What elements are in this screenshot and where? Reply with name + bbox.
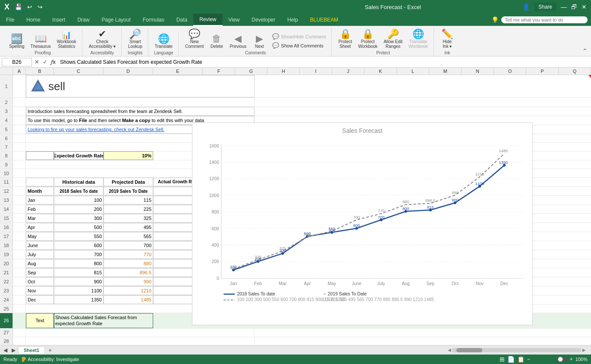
- cell-A25[interactable]: [13, 304, 26, 313]
- cell-A24[interactable]: [13, 295, 26, 304]
- workbook-statistics-button[interactable]: 📊 WorkbookStatistics: [55, 30, 79, 50]
- cell-C16[interactable]: 500: [54, 223, 104, 232]
- function-confirm-icon[interactable]: ✓: [42, 59, 48, 65]
- col-header-D[interactable]: D: [104, 68, 153, 75]
- cell-D11[interactable]: Projected Data: [104, 178, 153, 186]
- cell-B16[interactable]: Apr: [26, 223, 54, 232]
- share-button[interactable]: Share: [534, 3, 556, 11]
- next-comment-button[interactable]: ▶ Next: [250, 33, 268, 50]
- restore-button[interactable]: 🗗: [571, 3, 577, 10]
- cell-B17[interactable]: May: [26, 232, 54, 241]
- cell-D17[interactable]: 565: [104, 232, 153, 241]
- col-header-E[interactable]: E: [153, 68, 203, 75]
- cell-C8[interactable]: Expected Growth Rate: [54, 151, 104, 160]
- cell-A6[interactable]: [13, 134, 26, 143]
- cell-A23[interactable]: [13, 286, 26, 295]
- cell-A11[interactable]: [13, 178, 26, 186]
- cell-B21[interactable]: Sep: [26, 268, 54, 277]
- next-sheet-button[interactable]: ▶: [10, 347, 17, 352]
- cell-A12[interactable]: [13, 187, 26, 195]
- cell-A7[interactable]: [13, 143, 26, 151]
- cell-B19[interactable]: July: [26, 250, 54, 259]
- cell-B13[interactable]: Jan: [26, 196, 54, 204]
- cell-B1-logo[interactable]: sell: [26, 75, 255, 97]
- cell-A27[interactable]: [13, 329, 26, 337]
- col-header-I[interactable]: I: [300, 68, 332, 75]
- quick-access-redo[interactable]: ↪: [38, 3, 43, 10]
- cell-C19[interactable]: 700: [54, 250, 104, 259]
- cell-A8[interactable]: [13, 151, 26, 160]
- tab-file[interactable]: File: [0, 14, 20, 26]
- scrollbar-thumb[interactable]: [456, 348, 482, 352]
- cell-A26[interactable]: [13, 313, 26, 328]
- tab-draw[interactable]: Draw: [71, 14, 95, 26]
- cell-A19[interactable]: [13, 250, 26, 259]
- cell-B2[interactable]: [26, 98, 255, 107]
- cell-C24[interactable]: 1350: [54, 295, 104, 304]
- cell-C13[interactable]: 100: [54, 196, 104, 204]
- translate-workbook-button[interactable]: 🌐 TranslateWorkbook: [406, 28, 430, 50]
- col-header-A[interactable]: A: [13, 68, 26, 75]
- delete-comment-button[interactable]: 🗑 Delete: [207, 33, 226, 50]
- cell-A5[interactable]: [13, 125, 26, 134]
- quick-access-undo[interactable]: ↩: [27, 3, 32, 10]
- cell-D18[interactable]: 700: [104, 241, 153, 250]
- smart-lookup-button[interactable]: 🔎 SmartLookup: [126, 28, 145, 50]
- protect-sheet-button[interactable]: 🔒 ProtectSheet: [336, 28, 354, 50]
- col-header-F[interactable]: F: [203, 68, 235, 75]
- tab-home[interactable]: Home: [20, 14, 46, 26]
- show-all-comments-button[interactable]: 💬 Show All Comments: [270, 41, 328, 50]
- col-header-H[interactable]: H: [267, 68, 300, 75]
- cell-A15[interactable]: [13, 214, 26, 223]
- tab-help[interactable]: Help: [281, 14, 304, 26]
- col-header-K[interactable]: K: [365, 68, 397, 75]
- cell-D23[interactable]: 1210: [104, 286, 153, 295]
- cell-B22[interactable]: Oct: [26, 277, 54, 286]
- cell-A17[interactable]: [13, 232, 26, 241]
- cell-D20[interactable]: 880: [104, 259, 153, 268]
- minimize-button[interactable]: —: [561, 3, 567, 10]
- tab-review[interactable]: Review: [193, 14, 222, 26]
- spelling-button[interactable]: 🔤 Spelling: [7, 33, 27, 50]
- cell-D8[interactable]: 10%: [104, 151, 153, 160]
- cell-A13[interactable]: [13, 196, 26, 204]
- col-header-G[interactable]: G: [235, 68, 267, 75]
- cell-A3[interactable]: [13, 107, 26, 116]
- cell-A18[interactable]: [13, 241, 26, 250]
- thesaurus-button[interactable]: 📖 Thesaurus: [28, 33, 53, 50]
- cell-B28[interactable]: [26, 337, 255, 346]
- formula-input[interactable]: [58, 58, 589, 66]
- sheet-tab-1[interactable]: Sheet1: [18, 346, 45, 351]
- check-accessibility-button[interactable]: ✔ CheckAccessibility ▾: [87, 28, 118, 50]
- zendesk-link[interactable]: Looking to fire up your sales forecastin…: [28, 127, 164, 132]
- tab-view[interactable]: View: [223, 14, 246, 26]
- tab-data[interactable]: Data: [170, 14, 193, 26]
- protect-workbook-button[interactable]: 🔒 ProtectWorkbook: [356, 28, 380, 50]
- cell-D12[interactable]: 2019 Sales To Date: [104, 187, 153, 195]
- cell-B26[interactable]: Text: [26, 313, 54, 328]
- show-hide-comment-button[interactable]: 💬 Show/Hide Comment: [270, 32, 328, 41]
- cell-B23[interactable]: Nov: [26, 286, 54, 295]
- search-input[interactable]: [501, 16, 588, 23]
- cell-D21[interactable]: 896.5: [104, 268, 153, 277]
- quick-access-save[interactable]: 💾: [15, 3, 22, 10]
- cell-A4[interactable]: [13, 116, 26, 125]
- cell-D16[interactable]: 495: [104, 223, 153, 232]
- col-header-N[interactable]: N: [462, 68, 494, 75]
- cell-A28[interactable]: [13, 337, 26, 346]
- cell-B24[interactable]: Dec: [26, 295, 54, 304]
- tab-developer[interactable]: Developer: [245, 14, 281, 26]
- col-header-L[interactable]: L: [397, 68, 429, 75]
- cell-C20[interactable]: 800: [54, 259, 104, 268]
- col-header-M[interactable]: M: [429, 68, 462, 75]
- cell-C11[interactable]: Historical data: [54, 178, 104, 186]
- cell-D19[interactable]: 770: [104, 250, 153, 259]
- col-header-C[interactable]: C: [54, 68, 104, 75]
- col-header-J[interactable]: J: [332, 68, 365, 75]
- cell-C26[interactable]: Shows Calculated Sales Forecast from exp…: [54, 313, 153, 328]
- tab-insert[interactable]: Insert: [46, 14, 71, 26]
- cell-B12[interactable]: Month: [26, 187, 54, 195]
- function-cancel-icon[interactable]: ✕: [34, 59, 40, 65]
- cell-B11[interactable]: [26, 178, 54, 186]
- tab-bluebeam[interactable]: BLUEBEAM: [304, 14, 344, 26]
